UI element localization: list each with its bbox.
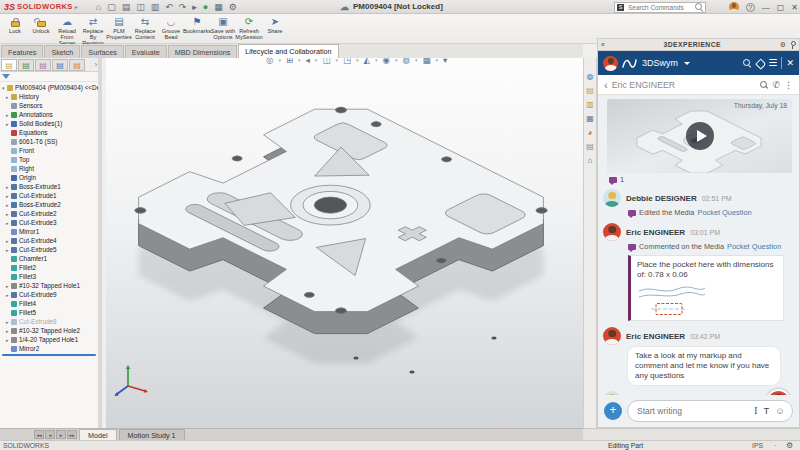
tree-item-boss-extrude1[interactable]: ▸Boss-Extrude1 [0, 182, 98, 191]
edit-appearance-icon[interactable]: ◍ [402, 58, 409, 65]
tab-lifecycle-and-collaboration[interactable]: Lifecycle and Collaboration [238, 44, 338, 58]
home-icon[interactable]: ⌂ [96, 0, 101, 14]
view-orientation-icon[interactable]: ◳ [343, 58, 351, 65]
panel-options-icon[interactable]: ⚙ [780, 41, 786, 49]
status-gear-icon[interactable]: ⚙ [786, 441, 793, 450]
tree-item-annotations[interactable]: ▸Annotations [0, 110, 98, 119]
tree-item-1-4-20-tapped-hole1[interactable]: ▸1/4-20 Tapped Hole1 [0, 335, 98, 344]
configurationmanager-tab[interactable]: ▤ [35, 59, 51, 71]
chat-scroll-area[interactable]: Thursday, July 18 1 Debbie DESIGNER02:51… [598, 95, 799, 395]
emoji-icon[interactable]: ☺ [775, 405, 785, 416]
tab-evaluate[interactable]: Evaluate [125, 45, 167, 58]
zoom-to-area-icon[interactable]: ⊞ [286, 58, 293, 65]
swym-user-avatar[interactable] [603, 56, 618, 71]
command-search-input[interactable] [626, 3, 693, 12]
swym-app-name[interactable]: 3DSwym [642, 58, 678, 68]
tree-item-fillet4[interactable]: Fillet4 [0, 299, 98, 308]
media-link[interactable]: Pocket Question [697, 208, 751, 217]
apply-scene-icon[interactable]: ▦ [422, 58, 430, 65]
tree-item-history[interactable]: ▸History [0, 92, 98, 101]
task-pane-view-palette-icon[interactable]: ▦ [586, 114, 594, 123]
video-comment-count[interactable]: 1 [609, 175, 794, 184]
display-style-icon[interactable]: ◭ [363, 58, 370, 65]
pin-icon[interactable] [789, 41, 796, 49]
options-icon[interactable]: ⚙ [229, 0, 237, 14]
minimize-icon[interactable]: — [762, 3, 770, 12]
add-attachment-button[interactable]: + [604, 402, 622, 420]
displaymanager-tab[interactable]: ▤ [69, 59, 85, 71]
toolbar-button-reload-from-server[interactable]: ☁Reload From Server [54, 15, 80, 46]
new-document-icon[interactable]: ▢ [107, 0, 116, 14]
dimxpertmanager-tab[interactable]: ▤ [52, 59, 68, 71]
tree-item-origin[interactable]: Origin [0, 173, 98, 182]
more-tabs-icon[interactable]: › [95, 61, 97, 68]
tree-item-right[interactable]: Right [0, 164, 98, 173]
text-cursor-icon[interactable]: I [754, 406, 757, 416]
tree-item-fillet3[interactable]: Fillet3 [0, 272, 98, 281]
select-icon[interactable]: ▸ [192, 0, 197, 14]
tree-item-fillet5[interactable]: Fillet5 [0, 308, 98, 317]
close-icon[interactable]: ✕ [791, 3, 798, 12]
swym-close-icon[interactable]: ✕ [786, 51, 794, 75]
media-link[interactable]: Pocket Question [727, 242, 781, 251]
tree-item-cut-extrude9[interactable]: ▸Cut-Extrude9 [0, 290, 98, 299]
video-card[interactable]: Thursday, July 18 [607, 99, 792, 173]
undo-icon[interactable]: ↶ [165, 0, 173, 14]
task-pane-appearances-scenes-icon[interactable]: ◕ [588, 128, 593, 137]
tab-features[interactable]: Features [1, 45, 43, 58]
print-icon[interactable]: ▥ [151, 0, 160, 14]
call-icon[interactable]: ✆ [772, 80, 780, 90]
restore-icon[interactable]: ▢ [777, 3, 785, 12]
tree-item-root[interactable]: ▾PM009404 (PM009404) <<Default>_Phot [0, 83, 98, 92]
menu-expand-icon[interactable]: ▸ [75, 3, 78, 10]
toolbar-button-refresh-mysession[interactable]: ⟳Refresh MySession [236, 15, 262, 40]
tree-item-cut-extrude2[interactable]: ▸Cut-Extrude2 [0, 209, 98, 218]
propertymanager-tab[interactable]: ▤ [18, 59, 34, 71]
tree-item-chamfer1[interactable]: Chamfer1 [0, 254, 98, 263]
toolbar-button-save-with-options[interactable]: ▣Save with Options [210, 15, 236, 40]
tag-icon[interactable] [755, 59, 764, 68]
tree-item-front[interactable]: Front [0, 146, 98, 155]
status-units[interactable]: IPS [752, 442, 763, 449]
graphics-viewport[interactable]: ◎▾⊞▾◂▾◫▾◳▾◭▾◉▾◍▾▦▾▾ [106, 58, 583, 428]
previous-view-icon[interactable]: ◂ [306, 58, 310, 65]
search-icon[interactable] [695, 3, 703, 11]
tree-item-mirror1[interactable]: Mirror1 [0, 227, 98, 236]
tree-item-cut-extrude4[interactable]: ▸Cut-Extrude4 [0, 236, 98, 245]
tree-item-cut-extrude3[interactable]: ▸Cut-Extrude3 [0, 218, 98, 227]
task-pane-file-explorer-icon[interactable]: ▥ [586, 100, 594, 109]
tree-item-solid-bodies-1[interactable]: ▸Solid Bodies(1) [0, 119, 98, 128]
section-view-icon[interactable]: ◫ [322, 58, 330, 65]
tab-sketch[interactable]: Sketch [44, 45, 80, 58]
tree-item-cut-extrude5[interactable]: ▸Cut-Extrude5 [0, 245, 98, 254]
tree-item-sensors[interactable]: Sensors [0, 101, 98, 110]
collapse-panel-icon[interactable]: « [601, 41, 605, 48]
toolbar-button-replace-by-revision[interactable]: ⇄Replace By Revision [80, 15, 106, 46]
more-options-icon[interactable]: ⋮ [784, 80, 793, 90]
task-pane-design-library-icon[interactable]: ▤ [586, 86, 594, 95]
redo-icon[interactable]: ↷ [179, 0, 187, 14]
conversation-search-icon[interactable] [760, 81, 768, 89]
menu-icon[interactable]: ☰ [768, 51, 777, 75]
task-pane-home-icon[interactable]: ⌂ [588, 156, 593, 165]
toolbar-button-plm-properties[interactable]: ▤PLM Properties [106, 15, 132, 40]
tab-motion-study-1[interactable]: Motion Study 1 [119, 429, 185, 441]
tree-item-boss-extrude2[interactable]: ▸Boss-Extrude2 [0, 200, 98, 209]
featuremanager-tab[interactable]: ▤ [1, 59, 17, 71]
tree-item-fillet2[interactable]: Fillet2 [0, 263, 98, 272]
tree-item-10-32-tapped-hole1[interactable]: ▸#10-32 Tapped Hole1 [0, 281, 98, 290]
toolbar-button-bookmarks[interactable]: ⚑Bookmarks [184, 15, 210, 34]
tab-nav-buttons[interactable]: ◂◂◂▸▸▸ [34, 430, 77, 439]
tab-model[interactable]: Model [79, 429, 117, 441]
user-avatar[interactable] [729, 2, 739, 12]
chevron-down-icon[interactable] [684, 62, 690, 65]
toolbar-button-share[interactable]: ➤Share [262, 15, 288, 34]
task-pane-3dexperience-icon[interactable]: ◍ [587, 72, 594, 81]
tree-item-cut-extrude8[interactable]: ▸Cut-Extrude8 [0, 317, 98, 326]
toolbar-button-replace-content[interactable]: ⇆Replace Content [132, 15, 158, 40]
text-format-icon[interactable]: T [763, 405, 769, 416]
view-indicator-icon[interactable]: ● [203, 0, 208, 14]
tree-item-mirror2[interactable]: Mirror2 [0, 344, 98, 353]
toolbar-button-unlock[interactable]: Unlock [28, 15, 54, 34]
tree-item-equations[interactable]: Equations [0, 128, 98, 137]
